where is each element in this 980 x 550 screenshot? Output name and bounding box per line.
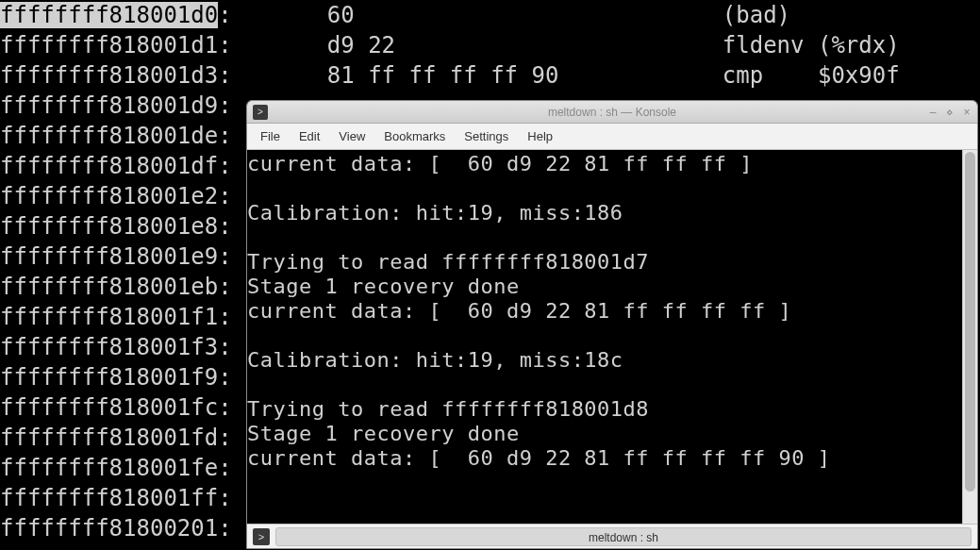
close-button[interactable]: ×: [960, 106, 973, 119]
disasm-address: ffffffff818001d9: [0, 92, 218, 119]
menubar: File Edit View Bookmarks Settings Help: [247, 124, 977, 150]
disasm-row: ffffffff818001d3: 81 ff ff ff ff 90 cmp …: [0, 60, 980, 91]
minimize-button[interactable]: –: [926, 106, 939, 119]
terminal-icon: >: [253, 105, 268, 120]
disasm-address: ffffffff818001de: [0, 123, 218, 149]
window-title: meltdown : sh — Konsole: [247, 100, 977, 127]
new-tab-icon[interactable]: >: [253, 528, 270, 545]
disasm-address: ffffffff818001e8: [0, 213, 218, 240]
disasm-address: ffffffff818001fe: [0, 455, 218, 481]
disasm-address: ffffffff818001fd: [0, 425, 218, 451]
disasm-address-highlighted: ffffffff818001d0: [0, 2, 218, 28]
disasm-address: ffffffff81800201: [0, 515, 218, 542]
disasm-address: ffffffff818001d1: [0, 32, 218, 58]
konsole-window: > meltdown : sh — Konsole – ⋄ × File Edi…: [246, 100, 978, 549]
statusbar: > meltdown : sh: [247, 524, 977, 548]
disasm-address: ffffffff818001ff: [0, 485, 218, 511]
disasm-address: ffffffff818001d3: [0, 62, 218, 89]
disasm-address: ffffffff818001df: [0, 153, 218, 179]
terminal-output[interactable]: current data: [ 60 d9 22 81 ff ff ff ] C…: [247, 150, 962, 524]
disasm-address: ffffffff818001e2: [0, 183, 218, 209]
disasm-address: ffffffff818001eb: [0, 274, 218, 300]
disasm-address: ffffffff818001fc: [0, 394, 218, 421]
disasm-row: ffffffff818001d1: d9 22 fldenv (%rdx): [0, 30, 980, 60]
disasm-address: ffffffff818001f9: [0, 364, 218, 391]
disasm-address: ffffffff818001e9: [0, 243, 218, 270]
disasm-row: ffffffff818001d0: 60 (bad): [0, 0, 980, 30]
scrollbar[interactable]: [962, 150, 977, 524]
window-titlebar[interactable]: > meltdown : sh — Konsole – ⋄ ×: [247, 101, 977, 124]
disasm-address: ffffffff818001f3: [0, 334, 218, 360]
maximize-button[interactable]: ⋄: [943, 106, 956, 119]
disasm-address: ffffffff818001f1: [0, 304, 218, 330]
scrollbar-thumb[interactable]: [965, 152, 975, 492]
status-tab[interactable]: meltdown : sh: [275, 527, 972, 546]
